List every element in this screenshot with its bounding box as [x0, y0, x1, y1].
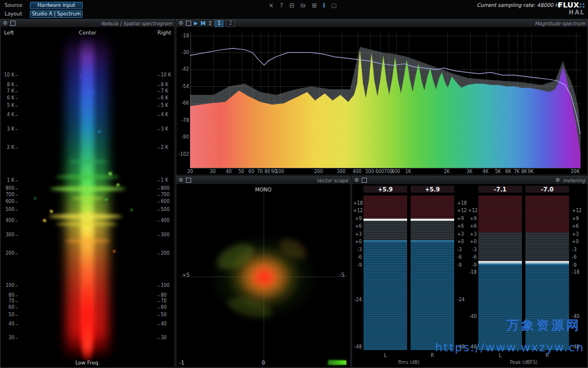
source-selector[interactable]: Hardware input — [30, 2, 83, 9]
rms-scale-right: +18+12+9+6+3+0-3-6-9-24-48 — [457, 195, 466, 351]
meter-scale-label: -3 — [353, 247, 362, 252]
routing-icon[interactable]: ⊞ — [312, 2, 316, 9]
vectorscope-display[interactable]: MONO +S -S -1 0 +1 — [176, 184, 350, 367]
magnitude-spectrum-display[interactable]: -18-30-42-54-66-78-90-102203040506070809… — [176, 27, 587, 175]
spectrogram-dot — [117, 183, 119, 186]
gear-icon[interactable]: ⚙ — [179, 20, 183, 27]
freq-label: 600 — [2, 199, 14, 204]
freq-label: 30 — [161, 335, 173, 340]
spatial-spectrogram-display[interactable]: Left Center Right Low Freq. 10 — [1, 27, 175, 367]
freq-tick-label: 200 — [312, 169, 326, 174]
meter-scale-label: +0 — [457, 239, 466, 244]
expand-icon[interactable] — [362, 178, 367, 183]
rms-meter-bar-right[interactable] — [410, 195, 455, 351]
spectrogram-streak — [68, 160, 107, 163]
layout-selector[interactable]: Studio A | Spectrum — [30, 10, 83, 18]
db-tick-label: -90 — [177, 135, 189, 140]
freq-tick-mark — [16, 254, 18, 254]
metering-display[interactable]: +5.9 +5.9 +18+12+9+6+3+0-3-6-9-24-48 +18… — [352, 184, 587, 367]
expand-icon[interactable] — [186, 178, 191, 183]
spectrum-panel: ⚙ ▶ M Σ 1 2 Magnitude spectrum -18-30-42… — [176, 19, 588, 175]
panel-title: Magnitude spectrum — [535, 21, 585, 26]
freq-tick-mark — [16, 106, 18, 106]
vectorscope-titlebar: ⚙ Vector scope — [176, 177, 350, 185]
meter-scale-label: +12 — [457, 208, 466, 213]
freq-label: 8 K — [161, 82, 173, 87]
meter-scale-label: -6 — [353, 255, 362, 260]
freq-tick-mark — [157, 106, 160, 106]
freq-tick-mark — [16, 129, 18, 130]
meter-scale-label: -48 — [571, 344, 581, 350]
expand-icon[interactable] — [10, 21, 16, 26]
meter-scale-label: +0 — [571, 239, 581, 244]
low-freq-label: Low Freq. — [1, 360, 175, 366]
freq-label: 10 K — [161, 72, 173, 78]
peak-readout-left: -7.1 — [478, 185, 523, 193]
play-icon[interactable]: ▶ — [194, 21, 198, 26]
spectrogram-dot — [50, 210, 53, 213]
freq-tick-label: 100 — [273, 169, 287, 174]
minus-s-label: -S — [339, 272, 345, 278]
meter-scale-label: -3 — [457, 247, 466, 252]
peak-caption: Peak (dBFS) — [478, 360, 570, 365]
spectrogram-dot — [98, 131, 100, 133]
meter-scale-label: +6 — [468, 224, 477, 229]
freq-tick-mark — [157, 148, 160, 148]
freq-label: 2 K — [161, 145, 173, 150]
freq-label: 400 — [2, 218, 14, 223]
freq-label: 800 — [161, 186, 173, 191]
peak-scale-right: +12+9+6+3+0-3-6-9-18-40-48 — [571, 195, 581, 351]
meter-zone — [525, 261, 569, 263]
sum-mode-button[interactable]: Σ — [208, 21, 212, 26]
freq-label: 7 K — [161, 89, 173, 94]
gear-icon[interactable]: ⚙ — [179, 177, 183, 184]
nebula-panel: ⚙ Nebula | Spatial spectrogram Left Cent… — [0, 19, 175, 368]
gear-icon[interactable]: ⚙ — [354, 177, 359, 184]
db-tick-label: -54 — [177, 84, 189, 89]
freq-tick-label: 1K — [401, 169, 415, 174]
freq-tick-mark — [157, 338, 160, 339]
freq-tick-mark — [157, 195, 160, 195]
metering-titlebar: ⚙ ⚙ metering — [352, 177, 587, 185]
freq-label: 60 — [161, 305, 173, 310]
panel-title: Nebula | Spatial spectrogram — [101, 21, 172, 26]
freq-label: 700 — [161, 192, 173, 197]
channel-label-left: L — [363, 353, 408, 358]
flux-logo: FLUX:: HAL — [558, 1, 585, 16]
spectrogram-streak — [50, 187, 126, 191]
freq-label: 6 K — [2, 95, 14, 101]
freq-tick-mark — [157, 221, 160, 221]
freq-tick-mark — [157, 286, 160, 286]
expand-icon[interactable] — [186, 21, 191, 26]
info-icon[interactable]: i — [323, 2, 324, 9]
gear-icon[interactable]: ⚙ — [555, 177, 560, 184]
freq-label: 80 — [161, 293, 173, 298]
window-icon[interactable]: ▢ — [331, 2, 336, 9]
meter-zone — [478, 265, 522, 350]
freq-label: 30 — [2, 335, 14, 340]
spectrogram-dot — [109, 172, 112, 175]
gear-icon[interactable]: ⚙ — [3, 20, 7, 27]
mid-mode-button[interactable]: M — [200, 21, 206, 26]
freq-label: 40 — [2, 321, 14, 327]
freq-tick-mark — [16, 189, 18, 189]
close-icon[interactable]: × — [269, 2, 273, 9]
meter-scale-label: +3 — [353, 232, 362, 237]
spectrum-titlebar: ⚙ ▶ M Σ 1 2 Magnitude spectrum — [176, 20, 587, 28]
meter-config-icon[interactable]: ⊟ — [289, 2, 294, 9]
meter-scale-label: -9 — [468, 263, 477, 268]
peak-meter-bar-left[interactable] — [478, 195, 523, 351]
freq-label: 200 — [161, 251, 173, 256]
db-tick-label: -30 — [177, 50, 189, 55]
help-icon[interactable]: ? — [280, 2, 283, 9]
slot-1-button[interactable]: 1 — [215, 20, 223, 27]
freq-label: 100 — [161, 283, 173, 288]
peak-meter-bar-right[interactable] — [525, 195, 570, 351]
io-config-icon[interactable]: io — [300, 2, 305, 9]
hal-brand-text: HAL — [558, 10, 585, 16]
freq-tick-mark — [16, 98, 18, 99]
slot-2-button[interactable]: 2 — [226, 20, 235, 27]
rms-meter-bar-left[interactable] — [363, 195, 408, 351]
freq-tick-mark — [157, 235, 160, 236]
meter-scale-label: -3 — [571, 247, 581, 252]
